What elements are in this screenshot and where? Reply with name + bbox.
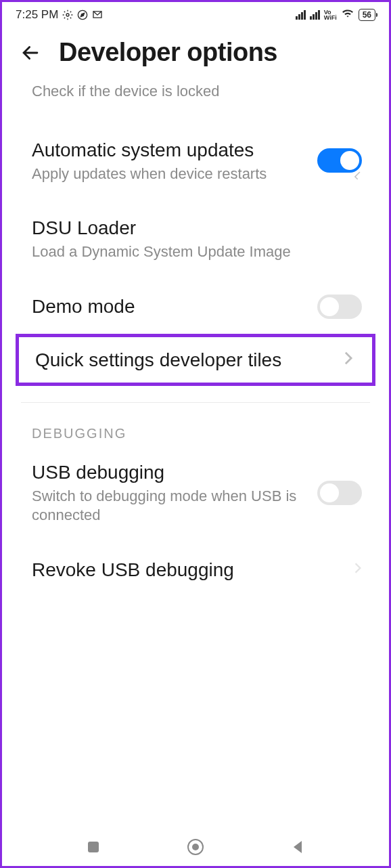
header: Developer options	[2, 24, 389, 75]
status-right: Vo WiFi 56	[296, 7, 375, 22]
chevron-right-icon	[354, 562, 362, 577]
check-lock-item[interactable]: Check if the device is locked ⌐	[7, 75, 384, 114]
svg-marker-2	[81, 13, 85, 16]
home-button[interactable]	[186, 838, 205, 856]
check-lock-sub: Check if the device is locked	[32, 82, 362, 102]
status-bar: 7:25 PM Vo WiFi 56	[2, 2, 389, 24]
debugging-section-header: DEBUGGING	[7, 419, 384, 448]
navigation-bar	[2, 828, 389, 866]
quick-settings-tiles-item[interactable]: Quick settings developer tiles	[16, 334, 375, 386]
auto-update-item[interactable]: Automatic system updates Apply updates w…	[7, 114, 384, 196]
chevron-right-icon	[344, 351, 353, 368]
dsu-title: DSU Loader	[32, 216, 362, 240]
back-nav-button[interactable]	[288, 838, 307, 856]
auto-update-toggle[interactable]	[317, 148, 362, 173]
revoke-title: Revoke USB debugging	[32, 558, 343, 582]
status-left: 7:25 PM	[16, 8, 103, 22]
wifi-icon	[341, 7, 354, 22]
usb-sub: Switch to debugging mode when USB is con…	[32, 487, 306, 525]
quick-tiles-title: Quick settings developer tiles	[35, 348, 333, 372]
auto-update-sub: Apply updates when device restarts	[32, 165, 306, 184]
demo-mode-toggle[interactable]	[317, 295, 362, 319]
back-button[interactable]	[18, 41, 43, 65]
page-title: Developer options	[59, 38, 277, 67]
clock: 7:25 PM	[16, 8, 58, 22]
signal-icon-1	[296, 10, 306, 20]
svg-rect-3	[88, 842, 99, 852]
gear-icon	[62, 9, 73, 20]
dsu-sub: Load a Dynamic System Update Image	[32, 242, 362, 262]
usb-title: USB debugging	[32, 460, 306, 484]
revoke-usb-item[interactable]: Revoke USB debugging	[7, 538, 384, 594]
divider	[21, 402, 370, 403]
settings-list: Check if the device is locked ⌐ Automati…	[2, 75, 389, 594]
vowifi-icon: Vo WiFi	[324, 9, 337, 20]
battery-icon: 56	[359, 9, 375, 21]
mail-icon	[92, 9, 103, 20]
svg-point-0	[66, 14, 69, 16]
svg-point-5	[192, 844, 199, 850]
signal-icon-2	[310, 10, 320, 20]
dsu-loader-item[interactable]: DSU Loader Load a Dynamic System Update …	[7, 196, 384, 274]
compass-icon	[77, 9, 88, 20]
usb-debugging-toggle[interactable]	[317, 481, 362, 505]
auto-update-title: Automatic system updates	[32, 138, 306, 162]
demo-mode-item[interactable]: Demo mode	[7, 274, 384, 331]
usb-debugging-item[interactable]: USB debugging Switch to debugging mode w…	[7, 448, 384, 538]
demo-title: Demo mode	[32, 295, 306, 318]
recents-button[interactable]	[84, 838, 103, 856]
